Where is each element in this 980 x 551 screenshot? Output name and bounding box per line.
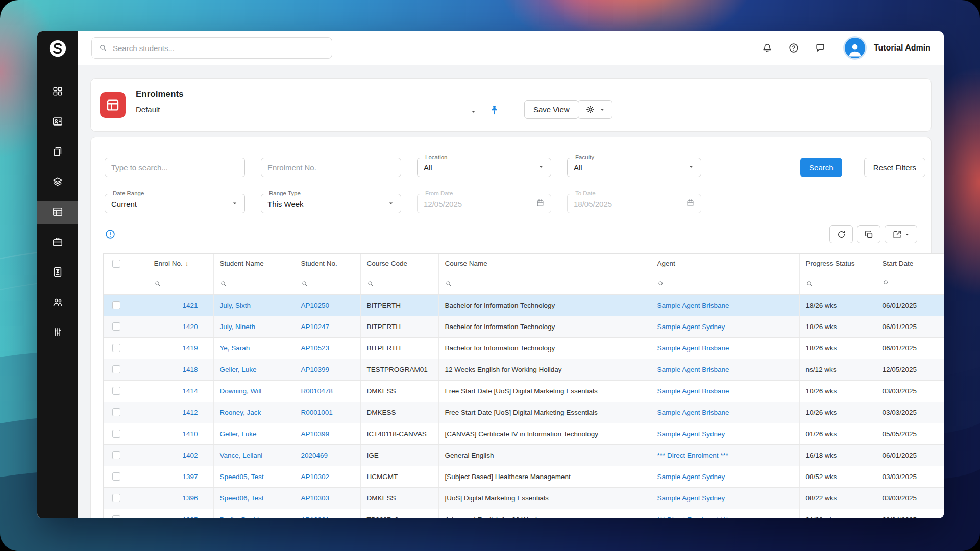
table-row[interactable]: 1414Downing, WillR0010478DMKESSFree Star… xyxy=(104,380,944,402)
sidebar-item-courses[interactable] xyxy=(37,171,78,194)
column-header[interactable]: Progress Status xyxy=(799,254,876,274)
sidebar-item-settings[interactable] xyxy=(37,321,78,345)
date-range-select[interactable]: Date Range Current xyxy=(105,194,245,213)
student-no-link[interactable]: AP10250 xyxy=(301,302,330,309)
enrol-no-link[interactable]: 1412 xyxy=(182,409,198,416)
copy-button[interactable] xyxy=(857,225,880,243)
column-filter-cell[interactable] xyxy=(360,274,438,294)
user-avatar[interactable] xyxy=(843,36,867,60)
student-name-link[interactable]: July, Sixth xyxy=(220,302,251,309)
range-type-select[interactable]: Range Type This Week xyxy=(261,194,401,213)
agent-link[interactable]: Sample Agent Sydney xyxy=(657,473,725,481)
row-checkbox[interactable] xyxy=(112,494,120,502)
enrol-no-link[interactable]: 1410 xyxy=(182,430,198,438)
sidebar-item-services[interactable] xyxy=(37,231,78,255)
keyword-filter-input[interactable] xyxy=(111,163,238,172)
student-name-link[interactable]: Speed05, Test xyxy=(220,473,264,481)
agent-link[interactable]: Sample Agent Sydney xyxy=(657,430,725,438)
student-name-link[interactable]: Brolin, David xyxy=(220,516,259,519)
column-header[interactable]: Enrol No.↓ xyxy=(148,254,213,274)
to-date-field[interactable]: To Date 18/05/2025 xyxy=(567,194,701,213)
keyword-filter-field[interactable] xyxy=(105,158,245,177)
sidebar-item-dashboard[interactable] xyxy=(37,81,78,104)
faculty-select[interactable]: Faculty All xyxy=(567,158,701,177)
from-date-field[interactable]: From Date 12/05/2025 xyxy=(417,194,551,213)
row-checkbox[interactable] xyxy=(112,344,120,352)
student-no-link[interactable]: R0010478 xyxy=(301,387,333,395)
column-filter-cell[interactable] xyxy=(799,274,876,294)
student-name-link[interactable]: July, Nineth xyxy=(220,323,256,331)
column-header[interactable]: Student Name xyxy=(213,254,295,274)
app-logo-icon[interactable] xyxy=(37,31,78,65)
help-icon[interactable] xyxy=(788,42,799,54)
enrol-no-link[interactable]: 1419 xyxy=(182,344,198,352)
enrol-no-link[interactable]: 1414 xyxy=(182,387,198,395)
student-name-link[interactable]: Rooney, Jack xyxy=(220,409,261,416)
enrol-no-link[interactable]: 1402 xyxy=(182,452,198,459)
search-button[interactable]: Search xyxy=(800,158,842,177)
student-name-link[interactable]: Geller, Luke xyxy=(220,430,257,438)
column-filter-cell[interactable] xyxy=(876,274,944,294)
row-checkbox[interactable] xyxy=(112,430,120,438)
agent-link[interactable]: Sample Agent Brisbane xyxy=(657,344,729,352)
view-selector[interactable]: Default xyxy=(136,105,184,114)
enrol-no-link[interactable]: 1395 xyxy=(182,516,198,519)
agent-link[interactable]: Sample Agent Brisbane xyxy=(657,366,729,373)
row-checkbox[interactable] xyxy=(112,322,120,331)
student-name-link[interactable]: Geller, Luke xyxy=(220,366,257,373)
table-row[interactable]: 1420July, NinethAP10247BITPERTHBachelor … xyxy=(104,316,944,337)
row-checkbox[interactable] xyxy=(112,451,120,459)
agent-link[interactable]: *** Direct Enrolment *** xyxy=(657,452,729,459)
table-row[interactable]: 1402Vance, Leilani2020469IGEGeneral Engl… xyxy=(104,444,944,466)
table-row[interactable]: 1421July, SixthAP10250BITPERTHBachelor f… xyxy=(104,294,944,316)
enrolment-no-filter-input[interactable] xyxy=(267,163,395,172)
student-no-link[interactable]: R0001001 xyxy=(301,409,333,416)
row-checkbox[interactable] xyxy=(112,301,120,309)
row-checkbox[interactable] xyxy=(112,408,120,416)
column-header[interactable]: Agent xyxy=(651,254,799,274)
select-all-checkbox[interactable] xyxy=(112,260,120,268)
student-no-link[interactable]: AP10303 xyxy=(301,494,330,502)
column-filter-cell[interactable] xyxy=(438,274,651,294)
enrol-no-link[interactable]: 1421 xyxy=(182,302,198,309)
student-name-link[interactable]: Downing, Will xyxy=(220,387,262,395)
table-row[interactable]: 1419Ye, SarahAP10523BITPERTHBachelor for… xyxy=(104,337,944,359)
student-no-link[interactable]: AP10399 xyxy=(301,430,330,438)
agent-link[interactable]: *** Direct Enrolment *** xyxy=(657,516,729,519)
table-row[interactable]: 1410Geller, LukeAP10399ICT40118-CANVAS[C… xyxy=(104,423,944,444)
reset-filters-button[interactable]: Reset Filters xyxy=(864,158,925,177)
calendar-icon[interactable] xyxy=(943,280,944,290)
save-view-button[interactable]: Save View xyxy=(524,100,579,119)
student-no-link[interactable]: AP10261 xyxy=(301,516,330,519)
location-select[interactable]: Location All xyxy=(417,158,551,177)
global-search[interactable] xyxy=(91,37,332,59)
table-row[interactable]: 1396Speed06, TestAP10303DMKESS[UoS] Digi… xyxy=(104,487,944,509)
agent-link[interactable]: Sample Agent Brisbane xyxy=(657,302,729,309)
export-button[interactable] xyxy=(885,225,917,243)
column-filter-cell[interactable] xyxy=(651,274,799,294)
agent-link[interactable]: Sample Agent Sydney xyxy=(657,494,725,502)
table-row[interactable]: 1395Brolin, DavidAP10261TP2607_3Advanced… xyxy=(104,509,944,518)
calendar-icon[interactable] xyxy=(686,198,695,209)
row-checkbox[interactable] xyxy=(112,387,120,395)
agent-link[interactable]: Sample Agent Sydney xyxy=(657,323,725,331)
row-checkbox[interactable] xyxy=(112,365,120,373)
sidebar-item-enrolments[interactable] xyxy=(37,201,78,224)
agent-link[interactable]: Sample Agent Brisbane xyxy=(657,409,729,416)
column-filter-cell[interactable] xyxy=(213,274,295,294)
table-row[interactable]: 1412Rooney, JackR0001001DMKESSFree Start… xyxy=(104,402,944,423)
enrolment-no-filter-field[interactable] xyxy=(261,158,401,177)
enrol-no-link[interactable]: 1397 xyxy=(182,473,198,481)
column-filter-cell[interactable] xyxy=(295,274,360,294)
row-checkbox[interactable] xyxy=(112,515,120,518)
sidebar-item-finance[interactable] xyxy=(37,261,78,285)
sidebar-item-agents[interactable] xyxy=(37,291,78,315)
view-settings-button[interactable] xyxy=(578,100,612,119)
agent-link[interactable]: Sample Agent Brisbane xyxy=(657,387,729,395)
chat-icon[interactable] xyxy=(815,42,826,54)
student-name-link[interactable]: Ye, Sarah xyxy=(220,344,250,352)
sidebar-item-documents[interactable] xyxy=(37,141,78,164)
student-no-link[interactable]: AP10302 xyxy=(301,473,330,481)
student-no-link[interactable]: AP10523 xyxy=(301,344,330,352)
student-no-link[interactable]: AP10247 xyxy=(301,323,330,331)
